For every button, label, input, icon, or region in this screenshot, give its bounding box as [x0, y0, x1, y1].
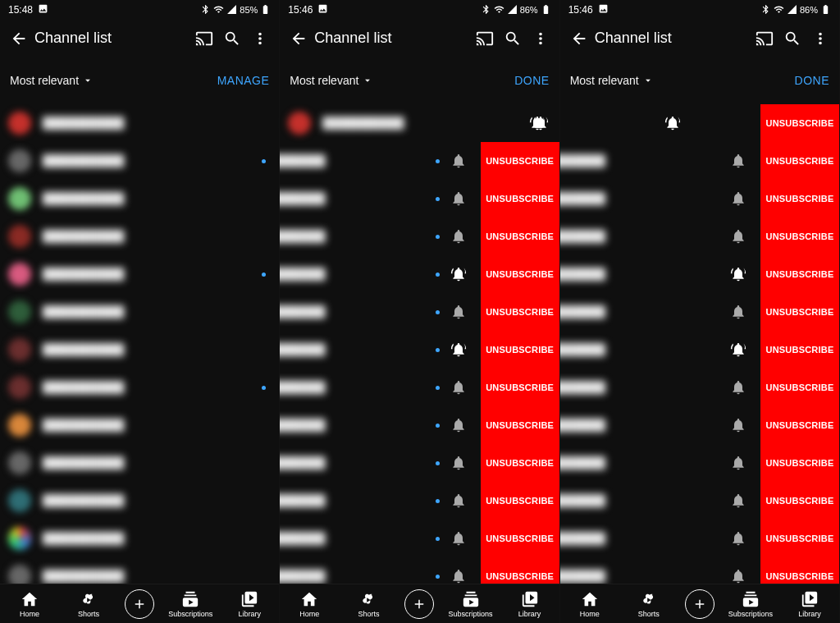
bell-icon[interactable] [724, 568, 752, 584]
nav-library[interactable]: Library [226, 590, 272, 618]
channel-row[interactable]: ██████████UNSUBSCRIBE [560, 331, 839, 369]
channel-row[interactable]: ██████████UNSUBSCRIBE [280, 255, 559, 293]
channel-row[interactable]: ██████████ [0, 104, 279, 142]
bell-active-icon[interactable] [659, 115, 687, 131]
unsubscribe-button[interactable]: UNSUBSCRIBE [760, 520, 839, 557]
cast-button[interactable] [751, 25, 778, 53]
bell-icon[interactable] [445, 530, 472, 547]
unsubscribe-button[interactable]: UNSUBSCRIBE [760, 557, 839, 584]
channel-row[interactable]: ██████████ [0, 293, 279, 331]
channel-row[interactable]: ██████████ [0, 482, 279, 520]
nav-create[interactable] [404, 589, 434, 619]
bell-active-icon[interactable] [724, 266, 752, 282]
unsubscribe-button[interactable]: UNSUBSCRIBE [481, 218, 559, 255]
more-button[interactable] [246, 25, 274, 53]
channel-row[interactable]: ██████████UNSUBSCRIBE [560, 444, 839, 482]
channel-row[interactable]: ██████████UNSUBSCRIBE [280, 369, 559, 406]
channel-row[interactable]: ██████████UNSUBSCRIBE [280, 520, 559, 557]
unsubscribe-button[interactable]: UNSUBSCRIBE [481, 369, 559, 406]
unsubscribe-button[interactable]: UNSUBSCRIBE [481, 180, 559, 218]
back-button[interactable] [285, 25, 313, 53]
channel-row[interactable]: ██████████ [280, 104, 559, 142]
cast-button[interactable] [471, 25, 499, 53]
sort-dropdown[interactable]: Most relevant [570, 74, 654, 87]
unsubscribe-button[interactable]: UNSUBSCRIBE [481, 482, 559, 520]
more-button[interactable] [527, 25, 555, 53]
bell-active-icon[interactable] [445, 266, 472, 282]
channel-row[interactable]: ██████████UNSUBSCRIBE [280, 482, 559, 520]
nav-library[interactable]: Library [507, 590, 553, 618]
done-button[interactable]: DONE [514, 74, 549, 87]
channel-row[interactable]: ██████████UNSUBSCRIBE [280, 218, 559, 255]
channel-row[interactable]: ██████████UNSUBSCRIBE [280, 331, 559, 369]
channel-row[interactable]: ██████████ [0, 180, 279, 218]
bell-icon[interactable] [724, 417, 752, 433]
unsubscribe-button[interactable]: UNSUBSCRIBE [760, 406, 839, 444]
unsubscribe-button[interactable]: UNSUBSCRIBE [481, 520, 559, 557]
channel-row[interactable]: ██████████UNSUBSCRIBE [560, 142, 839, 180]
unsubscribe-button[interactable]: UNSUBSCRIBE [760, 444, 839, 482]
manage-button[interactable]: MANAGE [217, 74, 270, 87]
bell-icon[interactable] [445, 153, 472, 169]
nav-shorts[interactable]: Shorts [345, 590, 391, 618]
nav-create[interactable] [685, 589, 714, 619]
unsubscribe-button[interactable]: UNSUBSCRIBE [481, 557, 559, 584]
bell-icon[interactable] [445, 455, 472, 471]
unsubscribe-button[interactable]: UNSUBSCRIBE [760, 293, 839, 331]
unsubscribe-button[interactable]: UNSUBSCRIBE [760, 104, 839, 142]
unsubscribe-button[interactable]: UNSUBSCRIBE [760, 142, 839, 180]
unsubscribe-button[interactable]: UNSUBSCRIBE [760, 180, 839, 218]
bell-active-icon[interactable] [527, 115, 555, 131]
bell-icon[interactable] [724, 492, 752, 509]
search-button[interactable] [218, 25, 246, 53]
channel-row[interactable]: ██████████ [0, 331, 279, 369]
channel-row[interactable]: ██████████ [0, 142, 279, 180]
channel-row[interactable]: ██████████UNSUBSCRIBE [560, 406, 839, 444]
unsubscribe-button[interactable]: UNSUBSCRIBE [760, 255, 839, 293]
bell-active-icon[interactable] [445, 341, 472, 358]
bell-icon[interactable] [445, 304, 472, 320]
bell-icon[interactable] [724, 153, 752, 169]
unsubscribe-button[interactable]: UNSUBSCRIBE [760, 218, 839, 255]
channel-row[interactable]: ██████████UNSUBSCRIBE [280, 444, 559, 482]
cast-button[interactable] [190, 25, 218, 53]
unsubscribe-button[interactable]: UNSUBSCRIBE [481, 293, 559, 331]
nav-home[interactable]: Home [286, 590, 332, 618]
unsubscribe-button[interactable]: UNSUBSCRIBE [760, 331, 839, 369]
channel-row[interactable]: ██████████UNSUBSCRIBE [560, 180, 839, 218]
unsubscribe-button[interactable]: UNSUBSCRIBE [481, 142, 559, 180]
nav-subscriptions[interactable]: Subscriptions [167, 590, 213, 618]
channel-row[interactable]: ██████████ [0, 520, 279, 557]
bell-icon[interactable] [724, 530, 752, 547]
unsubscribe-button[interactable]: UNSUBSCRIBE [481, 331, 559, 369]
channel-list[interactable]: ████████████████████████████████████████… [0, 104, 279, 584]
channel-row[interactable]: ██████████UNSUBSCRIBE [560, 557, 839, 584]
channel-row[interactable]: ██████████UNSUBSCRIBE [560, 218, 839, 255]
nav-home[interactable]: Home [567, 590, 613, 618]
sort-dropdown[interactable]: Most relevant [290, 74, 373, 87]
channel-row[interactable]: ██████████UNSUBSCRIBE [280, 557, 559, 584]
bell-icon[interactable] [724, 190, 752, 207]
channel-row[interactable]: ██████████ [0, 218, 279, 255]
nav-create[interactable] [125, 589, 154, 619]
bell-icon[interactable] [724, 228, 752, 245]
bell-icon[interactable] [445, 228, 472, 245]
channel-row[interactable]: ██████████UNSUBSCRIBE [560, 255, 839, 293]
channel-row[interactable]: ██████████UNSUBSCRIBE [280, 142, 559, 180]
channel-row[interactable]: ██████████UNSUBSCRIBE [560, 482, 839, 520]
bell-active-icon[interactable] [724, 341, 752, 358]
channel-row[interactable]: ██████████ [0, 444, 279, 482]
channel-row[interactable]: ██████████UNSUBSCRIBE [560, 520, 839, 557]
nav-shorts[interactable]: Shorts [66, 590, 112, 618]
channel-row[interactable]: ██████████ [0, 255, 279, 293]
more-button[interactable] [806, 25, 834, 53]
channel-list[interactable]: ████████████████████UNSUBSCRIBE█████████… [280, 104, 559, 584]
bell-icon[interactable] [445, 568, 472, 584]
bell-icon[interactable] [724, 379, 752, 396]
nav-subscriptions[interactable]: Subscriptions [728, 590, 774, 618]
channel-row[interactable]: ██████████ [0, 369, 279, 406]
channel-row[interactable]: ues BrownleeUNSUBSCRIBE [560, 104, 839, 142]
search-button[interactable] [778, 25, 806, 53]
unsubscribe-button[interactable]: UNSUBSCRIBE [481, 444, 559, 482]
unsubscribe-button[interactable]: UNSUBSCRIBE [481, 255, 559, 293]
